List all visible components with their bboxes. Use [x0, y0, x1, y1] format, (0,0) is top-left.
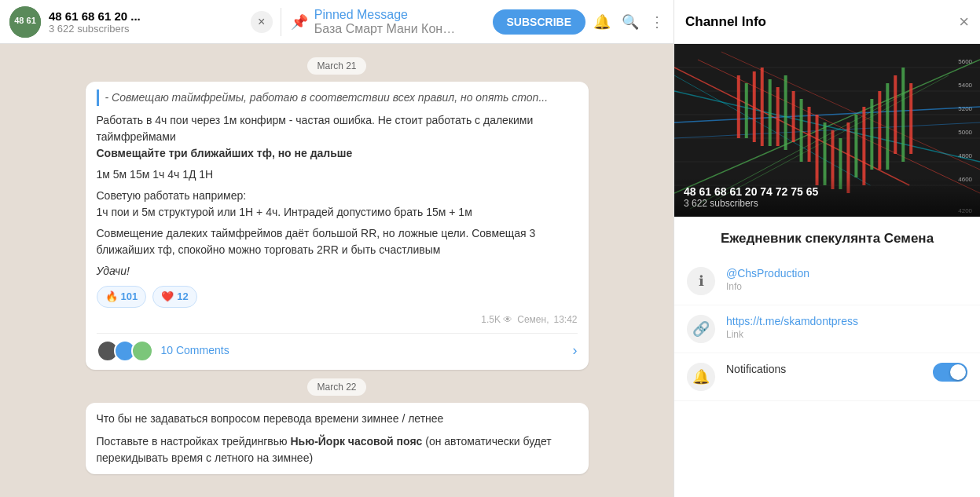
message-footer: 1.5K 👁 Семен, 13:42 [97, 312, 578, 327]
info-row-label-1: Info [726, 281, 967, 292]
svg-rect-44 [878, 91, 881, 170]
msg2-line2: Поставьте в настройках трейдингвью Нью-Й… [97, 433, 578, 466]
message-views: 1.5K 👁 [481, 312, 512, 327]
svg-rect-43 [870, 99, 873, 170]
fire-emoji: 🔥 [105, 289, 118, 305]
notifications-label: Notifications [726, 363, 922, 375]
msg2-text-before: Поставьте в настройках трейдингвью [97, 435, 291, 448]
svg-rect-48 [909, 83, 912, 154]
info-title: Channel Info [685, 14, 766, 30]
svg-rect-26 [737, 75, 740, 138]
subscriber-count: 3 622 subscribers [49, 23, 243, 35]
banner-overlay: 48 61 68 61 20 74 72 75 65 3 622 subscri… [674, 177, 980, 217]
message-time: 13:42 [553, 312, 577, 327]
svg-text:5200: 5200 [958, 105, 972, 112]
reactions: 🔥 101 ❤️ 12 [97, 286, 578, 308]
comments-chevron-icon[interactable]: › [573, 340, 578, 361]
info-body: Ежедневник спекулянта Семена ℹ @ChsProdu… [674, 217, 980, 409]
info-row-label-2: Link [726, 329, 967, 340]
svg-text:5400: 5400 [958, 82, 972, 89]
svg-rect-37 [824, 122, 827, 185]
info-row-value-2: https://t.me/skamdontpress [726, 315, 967, 327]
banner-subs: 3 622 subscribers [684, 198, 971, 209]
msg-line-1: Работать в 4ч пои через 1м конфирм - час… [97, 112, 578, 145]
info-row-notifications: 🔔 Notifications [674, 353, 980, 401]
channel-header-info: 48 61 68 61 20 ... 3 622 subscribers [49, 9, 243, 35]
notifications-toggle[interactable] [933, 363, 967, 382]
svg-rect-28 [753, 71, 756, 142]
heart-count: 12 [177, 289, 188, 305]
message-quote: - Совмещаю таймфреймы, работаю в соответ… [97, 90, 578, 106]
msg-line-4: Совмещение далеких таймфреймов даёт боль… [97, 225, 578, 258]
svg-rect-35 [808, 107, 811, 162]
header-icons: 🔔 🔍 ⋮ [593, 13, 664, 31]
pinned-label: Pinned Message [314, 8, 456, 22]
svg-rect-41 [854, 115, 857, 177]
info-close-button[interactable]: × [959, 12, 969, 32]
heart-emoji: ❤️ [161, 289, 174, 305]
notification-icon: 🔔 [687, 363, 715, 391]
channel-banner: 5600 5400 5200 5000 4800 4600 4200 [674, 44, 980, 217]
chat-panel: 48 61 48 61 68 61 20 ... 3 622 subscribe… [0, 0, 674, 497]
date-label-march22: March 22 [0, 379, 674, 393]
channel-info-panel: Channel Info × 5600 5400 5200 5000 4800 [674, 0, 980, 497]
comment-avatar-3 [131, 340, 153, 362]
message-bubble-2: Что бы не задаваться вопросом перевода в… [86, 403, 589, 474]
message-author: Семен, [517, 312, 549, 327]
msg2-bold: Нью-Йорк часовой пояс [290, 435, 422, 448]
msg-line-bold: Совмещайте три ближайших тф, но не дальш… [97, 145, 578, 162]
svg-rect-42 [862, 107, 865, 185]
pin-icon: 📌 [291, 13, 308, 31]
pinned-message-section[interactable]: 📌 Pinned Message База Смарт Мани Концепт… [281, 8, 485, 36]
fire-count: 101 [121, 289, 138, 305]
svg-rect-32 [784, 75, 787, 150]
info-row-content-3: Notifications [726, 363, 922, 375]
msg-line-3: Советую работать например:1ч пои и 5м ст… [97, 188, 578, 221]
info-row-content-1: @ChsProduction Info [726, 267, 967, 292]
comments-link[interactable]: 10 Comments [161, 342, 229, 359]
info-row-value-1: @ChsProduction [726, 267, 967, 280]
link-icon: 🔗 [687, 315, 715, 343]
avatar: 48 61 [9, 6, 41, 38]
eye-icon: 👁 [503, 314, 512, 325]
message-wrapper-1: - Совмещаю таймфреймы, работаю в соответ… [0, 80, 674, 371]
chat-header: 48 61 48 61 68 61 20 ... 3 622 subscribe… [0, 0, 674, 44]
date-label-march21: March 21 [0, 58, 674, 72]
toggle-knob [950, 364, 966, 380]
menu-icon[interactable]: ⋮ [650, 13, 664, 31]
message-bubble-1: - Совмещаю таймфреймы, работаю в соответ… [86, 82, 589, 370]
reaction-fire[interactable]: 🔥 101 [97, 286, 147, 308]
banner-channel-name: 48 61 68 61 20 74 72 75 65 [684, 185, 971, 198]
subscribe-button[interactable]: SUBSCRIBE [493, 9, 585, 35]
svg-rect-45 [886, 83, 889, 170]
message-wrapper-2: Что бы не задаваться вопросом перевода в… [0, 401, 674, 476]
pinned-message-text: База Смарт Мани Концепта ... [314, 22, 456, 36]
svg-rect-36 [816, 115, 819, 185]
chat-body: March 21 - Совмещаю таймфреймы, работаю … [0, 44, 674, 497]
close-button[interactable]: × [251, 11, 273, 33]
svg-rect-34 [800, 99, 803, 162]
info-row-content-2: https://t.me/skamdontpress Link [726, 315, 967, 340]
svg-rect-31 [776, 87, 780, 146]
svg-rect-33 [792, 91, 795, 142]
msg-line-2: 1м 5м 15м 1ч 4ч 1Д 1Н [97, 166, 578, 183]
comments-bar[interactable]: 10 Comments › [97, 333, 578, 362]
notifications-toggle-wrapper [933, 363, 967, 382]
msg2-line1: Что бы не задаваться вопросом перевода в… [97, 411, 578, 427]
chart-visualization: 5600 5400 5200 5000 4800 4600 4200 [674, 44, 980, 217]
channel-display-name: Ежедневник спекулянта Семена [674, 225, 980, 258]
info-row-username: ℹ @ChsProduction Info [674, 258, 980, 305]
username-link[interactable]: @ChsProduction [726, 267, 809, 280]
svg-text:48 61: 48 61 [14, 16, 36, 25]
msg-line-5: Удачи! [97, 263, 578, 280]
bell-icon[interactable]: 🔔 [593, 13, 611, 31]
channel-name[interactable]: 48 61 68 61 20 ... [49, 9, 243, 23]
svg-rect-30 [769, 79, 772, 146]
svg-rect-27 [745, 83, 748, 138]
reaction-heart[interactable]: ❤️ 12 [152, 286, 196, 308]
svg-rect-29 [761, 68, 764, 146]
info-icon-1: ℹ [687, 267, 715, 295]
channel-link[interactable]: https://t.me/skamdontpress [726, 315, 858, 327]
search-icon[interactable]: 🔍 [622, 13, 639, 31]
info-row-link: 🔗 https://t.me/skamdontpress Link [674, 305, 980, 353]
